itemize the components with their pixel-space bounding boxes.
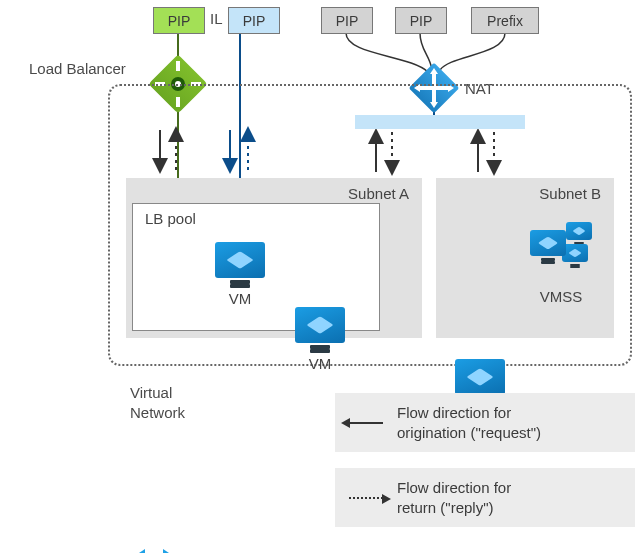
monitor-icon	[455, 359, 505, 395]
il-label: IL	[210, 10, 223, 27]
virtual-network-label: Virtual Network	[130, 383, 185, 422]
vmss-label: VMSS	[530, 288, 592, 305]
pip-gray-1-label: PIP	[336, 13, 359, 29]
vm-2: VM	[292, 307, 348, 372]
subnet-a-label: Subnet A	[348, 185, 409, 202]
vm-1: VM	[212, 242, 268, 307]
vn-line2: Network	[130, 403, 185, 423]
arrow-solid-icon	[349, 422, 383, 424]
prefix-box: Prefix	[471, 7, 539, 34]
vmss-cluster-icon	[530, 222, 592, 276]
vm-2-label: VM	[292, 355, 348, 372]
legend-request-text: Flow direction for origination ("request…	[397, 403, 541, 442]
pip-green-box: PIP	[153, 7, 205, 34]
vm-1-label: VM	[212, 290, 268, 307]
legend-request: Flow direction for origination ("request…	[335, 393, 635, 452]
pip-gray-2-box: PIP	[395, 7, 447, 34]
virtual-network-icon	[126, 543, 182, 553]
legend-reply-text: Flow direction for return ("reply")	[397, 478, 511, 517]
arrow-dotted-icon	[349, 497, 383, 499]
vn-line1: Virtual	[130, 383, 185, 403]
diagram-canvas: PIP IL PIP PIP PIP Prefix Load Balancer	[0, 0, 642, 553]
load-balancer-label: Load Balancer	[29, 60, 126, 77]
pip-green-label: PIP	[168, 13, 191, 29]
pip-gray-2-label: PIP	[410, 13, 433, 29]
prefix-label: Prefix	[487, 13, 523, 29]
monitor-icon	[295, 307, 345, 343]
subnet-b-label: Subnet B	[539, 185, 601, 202]
pip-blue-label: PIP	[243, 13, 266, 29]
pip-blue-box: PIP	[228, 7, 280, 34]
monitor-icon	[215, 242, 265, 278]
lb-pool-label: LB pool	[145, 210, 196, 227]
legend-reply: Flow direction for return ("reply")	[335, 468, 635, 527]
vmss: VMSS	[530, 222, 592, 305]
pip-gray-1-box: PIP	[321, 7, 373, 34]
